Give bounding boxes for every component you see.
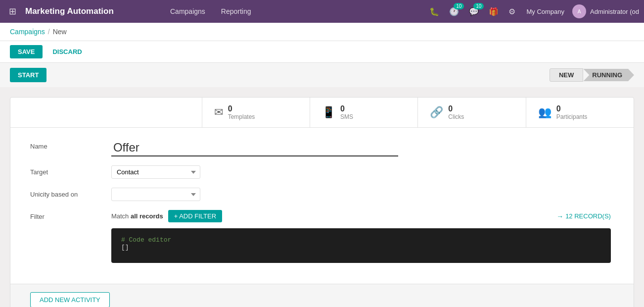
message-icon[interactable]: 💬 10: [466, 5, 482, 18]
logo-area: ⊞ Marketing Automation: [5, 4, 163, 19]
main-area: ✉ 0 Templates 📱 0 SMS 🔗 0 Clicks: [0, 87, 644, 307]
message-badge: 10: [473, 3, 484, 9]
code-comment: # Code editor: [121, 236, 601, 244]
status-bar: START NEW RUNNING: [0, 63, 644, 87]
name-field-container: [111, 140, 398, 156]
target-select[interactable]: Contact Lead Opportunity: [111, 165, 200, 179]
stat-spacer: [10, 98, 202, 127]
action-bar: SAVE DISCARD: [0, 41, 644, 63]
grid-icon[interactable]: ⊞: [5, 4, 20, 19]
stat-sms[interactable]: 📱 0 SMS: [310, 98, 418, 127]
clicks-label: Clicks: [448, 113, 464, 120]
participants-count: 0: [556, 104, 588, 113]
add-activity-button[interactable]: ADD NEW ACTIVITY: [30, 292, 110, 307]
top-navigation: ⊞ Marketing Automation Campaigns Reporti…: [0, 0, 644, 23]
participants-icon: 👥: [538, 106, 552, 119]
add-activity-bar: ADD NEW ACTIVITY: [10, 284, 634, 307]
form-card: ✉ 0 Templates 📱 0 SMS 🔗 0 Clicks: [10, 97, 634, 307]
debug-icon[interactable]: 🐛: [426, 5, 442, 18]
templates-count: 0: [228, 104, 255, 113]
target-group: Target Contact Lead Opportunity: [30, 165, 614, 179]
target-label: Target: [30, 165, 109, 176]
nav-reporting[interactable]: Reporting: [214, 4, 258, 18]
templates-label: Templates: [228, 113, 255, 120]
unicity-group: Unicity based on Email Phone: [30, 188, 614, 201]
filter-group: Filter Match all records + ADD FILTER 12…: [30, 210, 614, 263]
name-label: Name: [30, 140, 109, 150]
sms-count: 0: [340, 104, 353, 113]
breadcrumb-separator: /: [48, 28, 50, 36]
filter-records-link[interactable]: 12 RECORD(S): [556, 212, 611, 220]
add-filter-button[interactable]: + ADD FILTER: [168, 210, 222, 222]
topnav-actions: 🐛 🕐 10 💬 10 🎁 ⚙ My Company A Administrat…: [426, 4, 639, 18]
participants-label: Participants: [556, 113, 588, 120]
name-input[interactable]: [111, 140, 398, 156]
status-pill-new[interactable]: NEW: [550, 68, 583, 82]
clicks-icon: 🔗: [430, 106, 443, 119]
sms-icon: 📱: [322, 106, 335, 119]
unicity-field-container: Email Phone: [111, 188, 200, 201]
activity-icon[interactable]: 🕐 10: [446, 5, 462, 18]
breadcrumb: Campaigns / New: [0, 23, 644, 41]
stat-participants[interactable]: 👥 0 Participants: [526, 98, 634, 127]
user-name: Administrator (od: [590, 8, 639, 15]
app-title: Marketing Automation: [25, 6, 114, 16]
start-button[interactable]: START: [10, 68, 46, 82]
filter-row: Match all records + ADD FILTER 12 RECORD…: [111, 210, 611, 222]
code-value: []: [121, 244, 601, 251]
nav-links: Campaigns Reporting: [163, 4, 426, 18]
stat-templates[interactable]: ✉ 0 Templates: [202, 98, 310, 127]
form-body: Name Target Contact Lead Opportunity: [10, 128, 634, 284]
target-field-container: Contact Lead Opportunity: [111, 165, 200, 179]
unicity-select[interactable]: Email Phone: [111, 188, 200, 201]
activity-badge: 10: [454, 3, 464, 9]
filter-match-text: Match all records: [111, 212, 163, 220]
settings-icon[interactable]: ⚙: [506, 5, 518, 18]
clicks-count: 0: [448, 104, 464, 113]
company-name[interactable]: My Company: [522, 8, 568, 15]
save-button[interactable]: SAVE: [10, 45, 43, 58]
filter-field-container: Match all records + ADD FILTER 12 RECORD…: [111, 210, 611, 263]
code-editor: # Code editor []: [111, 228, 611, 263]
templates-icon: ✉: [214, 106, 223, 119]
stat-clicks[interactable]: 🔗 0 Clicks: [418, 98, 526, 127]
gift-icon[interactable]: 🎁: [486, 5, 502, 18]
breadcrumb-parent[interactable]: Campaigns: [10, 28, 45, 36]
avatar[interactable]: A: [572, 4, 586, 18]
status-pill-running[interactable]: RUNNING: [583, 69, 634, 81]
stats-row: ✉ 0 Templates 📱 0 SMS 🔗 0 Clicks: [10, 98, 634, 128]
breadcrumb-current: New: [53, 28, 67, 36]
nav-campaigns[interactable]: Campaigns: [163, 4, 212, 18]
status-pills: NEW RUNNING: [550, 68, 634, 82]
name-group: Name: [30, 140, 614, 156]
nav-grid: ⊞ Marketing Automation Campaigns Reporti…: [5, 4, 639, 19]
discard-button[interactable]: DISCARD: [47, 45, 87, 58]
filter-label: Filter: [30, 210, 109, 220]
sms-label: SMS: [340, 113, 353, 120]
unicity-label: Unicity based on: [30, 188, 109, 198]
